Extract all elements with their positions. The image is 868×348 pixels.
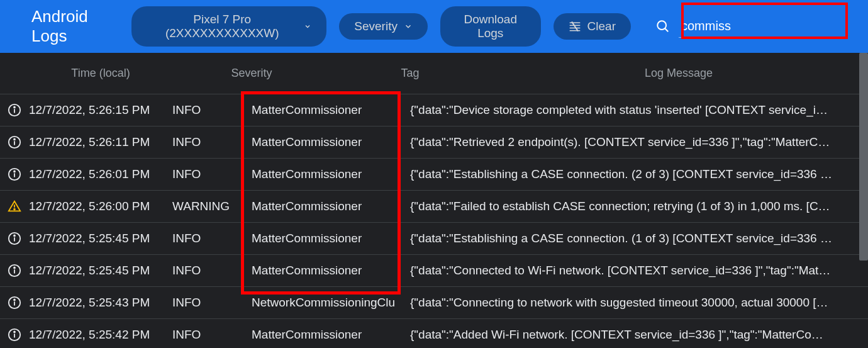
- chevron-down-icon: [304, 22, 311, 31]
- log-severity: INFO: [172, 167, 252, 181]
- log-tag: MatterCommissioner: [252, 199, 410, 213]
- log-tag: MatterCommissioner: [252, 103, 410, 117]
- svg-point-29: [14, 332, 15, 333]
- svg-point-23: [14, 267, 15, 269]
- svg-point-26: [14, 300, 15, 301]
- column-header-message: Log Message: [489, 67, 868, 80]
- log-time: 12/7/2022, 5:25:45 PM: [29, 232, 172, 245]
- log-message: {"data":"Establishing a CASE connection.…: [410, 167, 868, 181]
- log-message: {"data":"Connected to Wi-Fi network. [CO…: [410, 264, 868, 278]
- log-message: {"data":"Connecting to network with sugg…: [410, 296, 868, 310]
- log-row[interactable]: 12/7/2022, 5:25:42 PMINFOMatterCommissio…: [0, 319, 868, 348]
- column-header-time: Time (local): [29, 67, 172, 80]
- info-icon: [8, 328, 21, 342]
- svg-point-9: [14, 107, 15, 108]
- svg-point-12: [14, 139, 15, 140]
- clear-icon: [569, 21, 581, 31]
- log-time: 12/7/2022, 5:25:43 PM: [29, 296, 172, 310]
- log-message: {"data":"Retrieved 2 endpoint(s). [CONTE…: [410, 135, 868, 149]
- log-severity: INFO: [172, 296, 252, 310]
- info-icon: [8, 264, 21, 278]
- log-tag: MatterCommissioner: [252, 328, 410, 342]
- svg-point-5: [657, 21, 666, 30]
- search-input[interactable]: [679, 15, 843, 38]
- log-time: 12/7/2022, 5:26:00 PM: [29, 199, 172, 213]
- log-row[interactable]: 12/7/2022, 5:26:11 PMINFOMatterCommissio…: [0, 126, 868, 159]
- log-severity: WARNING: [172, 199, 252, 213]
- header-bar: Android Logs Pixel 7 Pro (2XXXXXXXXXXXW)…: [0, 0, 868, 53]
- search-container: [656, 15, 843, 38]
- info-icon: [8, 167, 21, 181]
- info-icon: [8, 103, 21, 117]
- scrollbar[interactable]: [859, 53, 868, 261]
- clear-button[interactable]: Clear: [554, 13, 631, 40]
- log-time: 12/7/2022, 5:25:45 PM: [29, 264, 172, 278]
- svg-point-20: [14, 235, 15, 237]
- log-row[interactable]: 12/7/2022, 5:25:43 PMINFONetworkCommissi…: [0, 287, 868, 319]
- log-severity: INFO: [172, 264, 252, 278]
- device-label: Pixel 7 Pro (2XXXXXXXXXXXW): [147, 13, 298, 40]
- log-row[interactable]: 12/7/2022, 5:25:45 PMINFOMatterCommissio…: [0, 255, 868, 287]
- chevron-down-icon: [404, 22, 413, 31]
- svg-line-6: [665, 28, 668, 31]
- log-rows-container: 12/7/2022, 5:26:15 PMINFOMatterCommissio…: [0, 94, 868, 348]
- log-severity: INFO: [172, 232, 252, 245]
- info-icon: [8, 296, 21, 310]
- log-message: {"data":"Establishing a CASE connection.…: [410, 232, 868, 245]
- log-time: 12/7/2022, 5:26:11 PM: [29, 135, 172, 149]
- download-label: Download Logs: [458, 13, 523, 40]
- log-message: {"data":"Added Wi-Fi network. [CONTEXT s…: [410, 328, 868, 342]
- log-severity: INFO: [172, 328, 252, 342]
- log-tag: MatterCommissioner: [252, 232, 410, 245]
- log-row[interactable]: 12/7/2022, 5:26:15 PMINFOMatterCommissio…: [0, 94, 868, 126]
- column-header-severity: Severity: [172, 67, 331, 80]
- log-message: {"data":"Failed to establish CASE connec…: [410, 199, 868, 213]
- severity-filter[interactable]: Severity: [339, 13, 428, 40]
- column-header-tag: Tag: [331, 67, 489, 80]
- info-icon: [8, 232, 21, 245]
- log-tag: NetworkCommissioningClu: [252, 296, 410, 310]
- log-time: 12/7/2022, 5:26:01 PM: [29, 167, 172, 181]
- svg-point-17: [14, 209, 15, 210]
- page-title: Android Logs: [31, 7, 108, 46]
- clear-label: Clear: [587, 20, 616, 33]
- download-logs-button[interactable]: Download Logs: [440, 6, 541, 47]
- info-icon: [8, 135, 21, 149]
- log-message: {"data":"Device storage completed with s…: [410, 103, 868, 117]
- log-row[interactable]: 12/7/2022, 5:25:45 PMINFOMatterCommissio…: [0, 223, 868, 255]
- log-row[interactable]: 12/7/2022, 5:26:01 PMINFOMatterCommissio…: [0, 159, 868, 191]
- table-header-row: Time (local) Severity Tag Log Message: [0, 53, 868, 94]
- log-time: 12/7/2022, 5:26:15 PM: [29, 103, 172, 117]
- device-selector[interactable]: Pixel 7 Pro (2XXXXXXXXXXXW): [131, 6, 326, 47]
- svg-point-15: [14, 171, 15, 172]
- log-time: 12/7/2022, 5:25:42 PM: [29, 328, 172, 342]
- severity-filter-label: Severity: [354, 20, 398, 33]
- log-severity: INFO: [172, 135, 252, 149]
- log-severity: INFO: [172, 103, 252, 117]
- log-tag: MatterCommissioner: [252, 264, 410, 278]
- log-row[interactable]: 12/7/2022, 5:26:00 PMWARNINGMatterCommis…: [0, 191, 868, 223]
- search-icon: [656, 20, 670, 33]
- log-tag: MatterCommissioner: [252, 135, 410, 149]
- log-tag: MatterCommissioner: [252, 167, 410, 181]
- warning-icon: [8, 199, 21, 213]
